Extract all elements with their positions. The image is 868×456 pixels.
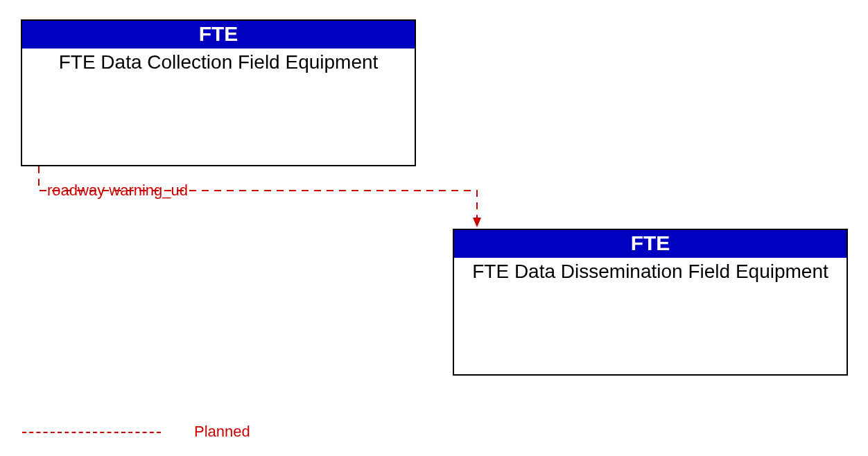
node-target-header: FTE <box>454 230 847 258</box>
node-source-title: FTE Data Collection Field Equipment <box>22 49 415 73</box>
flow-label: roadway warning_ud <box>47 182 188 200</box>
legend-label-planned: Planned <box>194 423 250 441</box>
legend-line-planned <box>22 432 161 433</box>
node-source-header: FTE <box>22 21 415 49</box>
node-target: FTE FTE Data Dissemination Field Equipme… <box>453 229 848 376</box>
node-target-title: FTE Data Dissemination Field Equipment <box>454 258 847 283</box>
node-source: FTE FTE Data Collection Field Equipment <box>21 19 416 166</box>
